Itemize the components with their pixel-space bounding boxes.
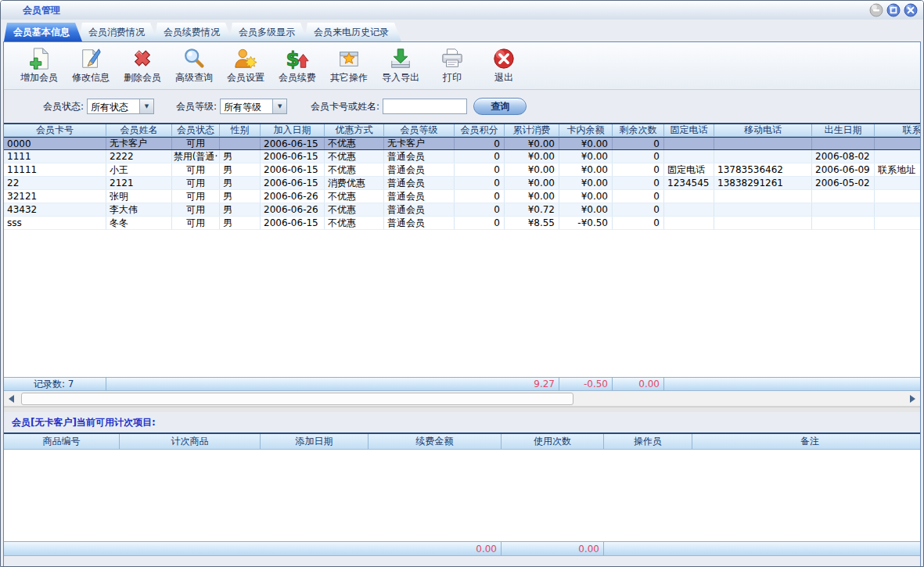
table-cell [664,138,714,149]
close-button[interactable] [904,3,918,17]
table-cell: 32121 [4,190,106,203]
table-row[interactable]: sss冬冬可用男2006-06-15不优惠普通会员0¥8.55-¥0.500 [4,217,920,230]
table-cell: 男 [220,177,261,189]
table-cell: 可用 [172,203,220,216]
edit-info-button[interactable]: 修改信息 [65,44,117,88]
summary-cell [325,378,384,390]
table-cell: 2222 [106,150,172,163]
column-header[interactable]: 备注 [692,434,920,449]
summary-cell [4,542,120,555]
tab-member-renewal[interactable]: 会员续费情况 [154,23,232,41]
table-cell: 不优惠 [325,138,384,149]
other-operations-button[interactable]: 其它操作 [323,44,375,88]
summary-cell [604,542,692,555]
column-header[interactable]: 会员状态 [172,124,220,136]
table-cell: 男 [220,150,261,163]
column-header[interactable]: 固定电话 [664,124,714,136]
table-cell: 男 [220,190,261,203]
advanced-query-button[interactable]: 高级查询 [168,44,220,88]
column-header[interactable]: 会员卡号 [4,124,106,136]
member-renew-button[interactable]: $ 会员续费 [271,44,323,88]
window-title: 会员管理 [23,4,60,17]
table-cell: ¥0.00 [505,138,559,149]
import-export-button[interactable]: 导入导出 [375,44,426,88]
table-cell: 0 [613,138,664,149]
member-level-select[interactable]: 所有等级 ▼ [220,99,287,114]
member-settings-button[interactable]: 会员设置 [220,44,271,88]
column-header[interactable]: 联系地址 [875,124,920,136]
table-cell [812,203,875,216]
column-header[interactable]: 出生日期 [812,124,875,136]
scroll-left-button[interactable] [5,391,19,405]
delete-member-button[interactable]: 删除会员 [117,44,168,88]
table-row[interactable]: 32121张明可用男2006-06-26不优惠普通会员0¥0.00¥0.000 [4,190,920,203]
column-header[interactable]: 优惠方式 [325,124,384,136]
main-panel: 增加会员 修改信息 删除会员 [3,41,921,566]
column-header[interactable]: 累计消费 [505,124,559,136]
table-cell: 不优惠 [325,190,384,203]
splitter[interactable] [4,407,920,412]
table-cell [875,190,920,203]
maximize-button[interactable] [886,3,901,17]
member-status-value: 所有状态 [88,99,139,113]
tab-member-call-history[interactable]: 会员来电历史记录 [304,23,401,41]
column-header[interactable]: 商品编号 [4,434,120,449]
search-input[interactable] [383,99,467,114]
close-icon [904,3,918,17]
member-table-header: 会员卡号会员姓名会员状态性别加入日期优惠方式会员等级会员积分累计消费卡内余额剩余… [4,123,920,137]
tab-member-consumption[interactable]: 会员消费情况 [79,23,157,41]
column-header[interactable]: 会员积分 [455,124,505,136]
table-cell: 0 [613,217,664,229]
column-header[interactable]: 使用次数 [502,434,604,449]
table-cell: 可用 [172,138,220,149]
column-header[interactable]: 计次商品 [120,434,261,449]
table-cell: 不优惠 [325,150,384,163]
table-cell [812,217,875,229]
table-cell: ¥0.00 [505,177,559,189]
table-cell: 0 [455,203,505,216]
minimize-icon [869,3,883,17]
minimize-button[interactable] [869,3,883,17]
column-header[interactable]: 会员等级 [384,124,455,136]
print-button[interactable]: 打印 [426,44,478,88]
column-header[interactable]: 会员姓名 [106,124,172,136]
table-cell: 普通会员 [384,217,455,229]
tab-member-basic-info[interactable]: 会员基本信息 [4,23,82,41]
column-header[interactable]: 剩余次数 [613,124,664,136]
toolbar-label: 会员设置 [227,71,264,84]
table-row[interactable]: 43432李大伟可用男2006-06-26不优惠普通会员0¥0.72¥0.000 [4,203,920,217]
table-row[interactable]: 11111小王可用男2006-06-15不优惠普通会员0¥0.00¥0.000固… [4,163,920,177]
table-cell: 男 [220,203,261,216]
column-header[interactable]: 加入日期 [261,124,325,136]
column-header[interactable]: 续费金额 [369,434,502,449]
add-member-button[interactable]: 增加会员 [13,44,65,88]
table-cell [714,217,812,229]
table-cell [664,190,714,203]
table-row[interactable]: 0000无卡客户可用2006-06-15不优惠无卡客户0¥0.00¥0.000 [4,137,920,150]
column-header[interactable]: 添加日期 [261,434,369,449]
summary-cell [664,378,714,390]
counted-items-empty-area [4,450,920,541]
query-button[interactable]: 查询 [473,98,527,115]
summary-cell: 0.00 [613,378,664,390]
table-cell: 不优惠 [325,203,384,216]
table-row[interactable]: 11112222禁用(普通·男2006-06-15不优惠普通会员0¥0.00¥0… [4,150,920,163]
exit-button[interactable]: 退出 [478,44,530,88]
table-row[interactable]: 222121可用男2006-06-15消费优惠普通会员0¥0.00¥0.0001… [4,177,920,190]
column-header[interactable]: 卡内余额 [559,124,613,136]
member-status-select[interactable]: 所有状态 ▼ [87,99,154,114]
table-cell: 消费优惠 [325,177,384,189]
toolbar-label: 其它操作 [330,71,368,84]
table-cell: 普通会员 [384,150,455,163]
scroll-right-button[interactable] [905,391,919,405]
horizontal-scrollbar[interactable] [4,391,920,407]
column-header[interactable]: 性别 [220,124,261,136]
table-cell: 0 [613,190,664,203]
column-header[interactable]: 操作员 [604,434,692,449]
scrollbar-thumb[interactable] [21,393,573,405]
table-cell: ¥0.00 [559,150,613,163]
column-header[interactable]: 移动电话 [714,124,812,136]
tab-member-multilevel[interactable]: 会员多级显示 [229,23,307,41]
table-cell: 无卡客户 [106,138,172,149]
table-cell: 0 [613,163,664,176]
